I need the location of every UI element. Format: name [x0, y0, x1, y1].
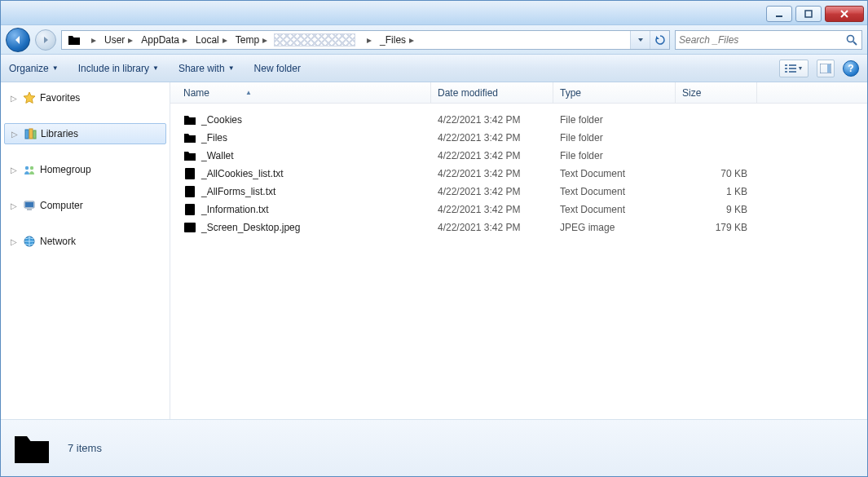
- navbar: ▸ User▸ AppData▸ Local▸ Temp▸ ▸ _Files▸: [1, 25, 867, 55]
- view-icon: [785, 64, 796, 73]
- file-name: _Cookies: [201, 114, 242, 126]
- file-type: Text Document: [553, 204, 676, 215]
- file-size: 70 KB: [676, 168, 757, 179]
- file-name: _AllForms_list.txt: [201, 186, 275, 197]
- column-headers: Name▲ Date modified Type Size: [170, 82, 867, 104]
- file-date: 4/22/2021 3:42 PM: [431, 204, 553, 215]
- column-type[interactable]: Type: [553, 82, 676, 103]
- expander-icon[interactable]: ▷: [11, 166, 19, 174]
- close-button[interactable]: [825, 6, 864, 22]
- file-type: File folder: [553, 132, 676, 144]
- computer-icon: [22, 199, 37, 212]
- share-with-menu[interactable]: Share with▼: [178, 63, 235, 74]
- svg-rect-15: [776, 15, 782, 17]
- file-name: _Wallet: [201, 150, 234, 161]
- file-type: JPEG image: [553, 222, 676, 233]
- svg-point-17: [848, 35, 854, 42]
- file-row[interactable]: _Information.txt4/22/2021 3:42 PMText Do…: [170, 198, 867, 216]
- expander-icon[interactable]: ▷: [11, 237, 19, 246]
- expander-icon[interactable]: ▷: [11, 130, 20, 139]
- new-folder-button[interactable]: New folder: [254, 63, 301, 74]
- sidebar-item-homegroup[interactable]: ▷Homegroup: [1, 159, 170, 180]
- star-icon: [22, 91, 37, 104]
- column-name[interactable]: Name▲: [170, 82, 431, 103]
- file-type: File folder: [553, 150, 676, 161]
- pane-icon: [820, 64, 831, 73]
- breadcrumb-temp[interactable]: Temp▸: [231, 31, 271, 49]
- search-input[interactable]: [679, 34, 845, 46]
- file-name: _Screen_Desktop.jpeg: [201, 222, 300, 233]
- breadcrumb-user[interactable]: User▸: [99, 31, 136, 49]
- status-bar: 7 items: [1, 419, 867, 476]
- sidebar-item-label: Libraries: [41, 128, 78, 139]
- file-type: File folder: [553, 114, 676, 126]
- include-library-menu[interactable]: Include in library▼: [78, 63, 159, 74]
- sidebar-item-favorites[interactable]: ▷Favorites: [1, 87, 170, 108]
- file-row[interactable]: _AllCookies_list.txt4/22/2021 3:42 PMTex…: [170, 162, 867, 180]
- file-size: 9 KB: [676, 204, 757, 215]
- file-row[interactable]: _Files4/22/2021 3:42 PMFile folder: [170, 126, 867, 144]
- sidebar-item-libraries[interactable]: ▷Libraries: [4, 123, 166, 144]
- view-options-button[interactable]: ▼: [779, 60, 809, 77]
- explorer-window: ▸ User▸ AppData▸ Local▸ Temp▸ ▸ _Files▸ …: [0, 0, 868, 477]
- folder-icon: [183, 113, 196, 126]
- titlebar: [1, 1, 867, 25]
- jpg-icon: [183, 221, 196, 234]
- sidebar-item-network[interactable]: ▷Network: [1, 231, 170, 252]
- file-size: 179 KB: [676, 222, 757, 233]
- search-icon: [845, 33, 858, 46]
- refresh-button[interactable]: [650, 31, 669, 49]
- column-date[interactable]: Date modified: [431, 82, 553, 103]
- breadcrumb-files[interactable]: _Files▸: [375, 31, 417, 49]
- svg-rect-19: [785, 64, 787, 66]
- expander-icon[interactable]: ▷: [11, 201, 19, 210]
- sidebar-item-label: Favorites: [40, 92, 80, 104]
- toolbar: Organize▼ Include in library▼ Share with…: [1, 55, 867, 82]
- sidebar: ▷Favorites▷Libraries▷Homegroup▷Computer▷…: [1, 82, 170, 419]
- svg-rect-23: [785, 71, 787, 73]
- svg-line-18: [853, 42, 857, 45]
- file-list: _Cookies4/22/2021 3:42 PMFile folder_Fil…: [170, 104, 867, 419]
- file-date: 4/22/2021 3:42 PM: [431, 132, 553, 144]
- homegroup-icon: [22, 163, 37, 176]
- breadcrumb-appdata[interactable]: AppData▸: [136, 31, 191, 49]
- minimize-button[interactable]: [766, 6, 792, 22]
- folder-icon: [183, 131, 196, 144]
- file-name: _Files: [201, 132, 227, 144]
- libraries-icon: [23, 127, 37, 140]
- txt-icon: [183, 203, 196, 216]
- file-row[interactable]: _Wallet4/22/2021 3:42 PMFile folder: [170, 144, 867, 162]
- network-icon: [22, 235, 37, 248]
- file-date: 4/22/2021 3:42 PM: [431, 168, 553, 179]
- preview-pane-button[interactable]: [817, 60, 835, 77]
- file-date: 4/22/2021 3:42 PM: [431, 114, 553, 126]
- folder-icon: [183, 149, 196, 162]
- file-type: Text Document: [553, 168, 676, 179]
- svg-rect-26: [827, 64, 831, 73]
- sidebar-item-computer[interactable]: ▷Computer: [1, 195, 170, 216]
- breadcrumb-redacted[interactable]: [274, 33, 355, 46]
- help-icon: ?: [848, 63, 853, 74]
- address-dropdown-button[interactable]: [630, 31, 650, 49]
- maximize-button[interactable]: [795, 6, 822, 22]
- sidebar-item-label: Homegroup: [40, 164, 91, 175]
- svg-rect-24: [789, 71, 796, 73]
- forward-button[interactable]: [35, 29, 56, 51]
- search-box[interactable]: [675, 30, 862, 50]
- file-date: 4/22/2021 3:42 PM: [431, 150, 553, 161]
- file-row[interactable]: _AllForms_list.txt4/22/2021 3:42 PMText …: [170, 180, 867, 198]
- txt-icon: [183, 167, 196, 180]
- breadcrumb-local[interactable]: Local▸: [191, 31, 231, 49]
- help-button[interactable]: ?: [843, 60, 859, 77]
- file-row[interactable]: _Cookies4/22/2021 3:42 PMFile folder: [170, 108, 867, 126]
- back-button[interactable]: [6, 28, 30, 52]
- expander-icon[interactable]: ▷: [11, 94, 19, 103]
- file-size: 1 KB: [676, 186, 757, 197]
- address-bar[interactable]: ▸ User▸ AppData▸ Local▸ Temp▸ ▸ _Files▸: [61, 30, 670, 50]
- svg-rect-20: [789, 64, 796, 66]
- breadcrumb-start-chev[interactable]: ▸: [83, 31, 99, 49]
- organize-menu[interactable]: Organize▼: [9, 63, 59, 74]
- file-row[interactable]: _Screen_Desktop.jpeg4/22/2021 3:42 PMJPE…: [170, 216, 867, 234]
- column-size[interactable]: Size: [676, 82, 757, 103]
- file-name: _AllCookies_list.txt: [201, 168, 284, 179]
